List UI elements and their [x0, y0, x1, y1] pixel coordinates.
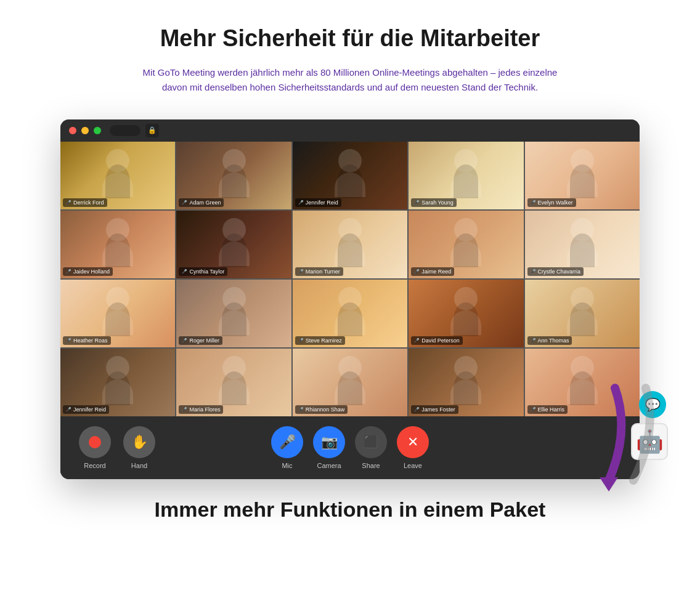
share-icon: ⬛: [364, 435, 378, 449]
participant-name: Jennifer Reid: [295, 198, 341, 207]
video-cell: Evelyn Walker: [525, 142, 640, 209]
video-cell: Roger Miller: [176, 280, 291, 347]
participant-name: James Foster: [411, 405, 458, 414]
participant-name: Cynthia Taylor: [179, 267, 227, 276]
hand-circle-btn: ✋: [123, 426, 155, 458]
record-circle-btn: [79, 426, 111, 458]
video-cell: James Foster: [409, 349, 523, 416]
controls-left: Record ✋ Hand: [79, 426, 155, 469]
camera-icon: 📷: [321, 434, 338, 450]
leave-button[interactable]: ✕ Leave: [397, 426, 429, 469]
participant-name: Jaidev Holland: [63, 267, 113, 276]
video-grid: Derrick FordAdam GreenJennifer ReidSarah…: [60, 142, 640, 416]
hand-icon: ✋: [131, 434, 148, 450]
participant-name: Maria Flores: [179, 405, 223, 414]
participant-name: Steve Ramirez: [295, 336, 345, 345]
share-circle-btn: ⬛: [355, 426, 387, 458]
video-cell: Marion Turner: [293, 211, 407, 278]
window-titlebar: 🔒: [60, 119, 640, 142]
video-cell: Jennifer Reid: [293, 142, 407, 209]
leave-label: Leave: [404, 462, 422, 469]
video-cell: Crystle Chavarria: [525, 211, 640, 278]
leave-icon: ✕: [407, 434, 418, 450]
participant-name: Crystle Chavarria: [527, 267, 584, 276]
camera-circle-btn: 📷: [313, 426, 345, 458]
video-cell: Steve Ramirez: [293, 280, 407, 347]
participant-name: Jennifer Reid: [63, 405, 109, 414]
record-button[interactable]: Record: [79, 426, 111, 469]
svg-marker-0: [600, 477, 618, 491]
record-dot-icon: [89, 436, 101, 448]
video-cell: Cynthia Taylor: [176, 211, 291, 278]
video-cell: Jaime Reed: [409, 211, 523, 278]
bottom-title: Immer mehr Funktionen in einem Paket: [12, 498, 688, 522]
page-title: Mehr Sicherheit für die Mitarbeiter: [12, 25, 688, 53]
video-cell: Sarah Young: [409, 142, 523, 209]
share-label: Share: [362, 462, 380, 469]
meeting-window: 🔒 Derrick FordAdam GreenJennifer ReidSar…: [60, 119, 640, 479]
mic-label: Mic: [282, 462, 292, 469]
camera-button[interactable]: 📷 Camera: [313, 426, 345, 469]
controls-bar: Record ✋ Hand 🎤: [60, 416, 640, 479]
video-cell: Adam Green: [176, 142, 291, 209]
camera-label: Camera: [317, 462, 341, 469]
controls-wrapper: Record ✋ Hand 🎤: [79, 426, 621, 469]
participant-name: Jaime Reed: [411, 267, 454, 276]
arrow-decoration: [596, 382, 664, 493]
video-cell: Heather Roas: [60, 280, 175, 347]
lock-icon: 🔒: [145, 124, 159, 137]
hand-label: Hand: [131, 462, 147, 469]
participant-name: Roger Miller: [179, 336, 222, 345]
participant-name: Ellie Harris: [527, 405, 568, 414]
video-cell: Jennifer Reid: [60, 349, 175, 416]
participant-name: Derrick Ford: [63, 198, 107, 207]
mic-circle-btn: 🎤: [271, 426, 303, 458]
participant-name: Ann Thomas: [527, 336, 572, 345]
dot-yellow: [81, 127, 89, 134]
participant-name: Heather Roas: [63, 336, 111, 345]
video-cell: Maria Flores: [176, 349, 291, 416]
record-label: Record: [84, 462, 105, 469]
mic-button[interactable]: 🎤 Mic: [271, 426, 303, 469]
video-cell: Ann Thomas: [525, 280, 640, 347]
mic-icon: 🎤: [279, 434, 296, 450]
leave-circle-btn: ✕: [397, 426, 429, 458]
titlebar-pill: [110, 125, 140, 136]
participant-name: Adam Green: [179, 198, 224, 207]
page-container: Mehr Sicherheit für die Mitarbeiter Mit …: [0, 0, 700, 534]
participant-name: Marion Turner: [295, 267, 343, 276]
participant-name: Evelyn Walker: [527, 198, 576, 207]
participant-name: Sarah Young: [411, 198, 457, 207]
video-cell: Rhiannon Shaw: [293, 349, 407, 416]
dot-green: [94, 127, 101, 134]
hand-button[interactable]: ✋ Hand: [123, 426, 155, 469]
controls-center: 🎤 Mic 📷 Camera ⬛: [271, 426, 429, 469]
share-button[interactable]: ⬛ Share: [355, 426, 387, 469]
dot-red: [69, 127, 76, 134]
participant-name: Rhiannon Shaw: [295, 405, 348, 414]
video-cell: Derrick Ford: [60, 142, 175, 209]
page-subtitle: Mit GoTo Meeting werden jährlich mehr al…: [134, 65, 566, 95]
video-cell: David Peterson: [409, 280, 523, 347]
video-cell: Jaidev Holland: [60, 211, 175, 278]
participant-name: David Peterson: [411, 336, 463, 345]
